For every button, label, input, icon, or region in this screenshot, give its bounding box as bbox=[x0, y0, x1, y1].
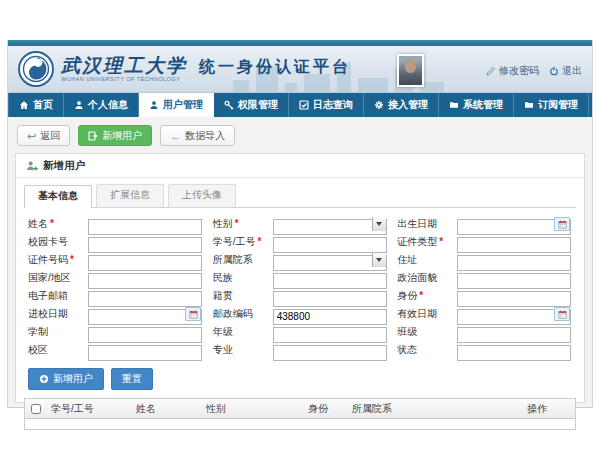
field-input[interactable] bbox=[457, 291, 571, 307]
field-input[interactable] bbox=[88, 219, 202, 235]
field-input[interactable] bbox=[88, 345, 202, 361]
nav-item-3[interactable]: 权限管理 bbox=[214, 93, 289, 117]
form-field: 出生日期 bbox=[397, 216, 576, 232]
add-person-icon bbox=[26, 160, 38, 172]
field-input[interactable] bbox=[88, 291, 202, 307]
field-input-wrap bbox=[273, 288, 387, 304]
table-header-cell: 姓名 bbox=[132, 402, 202, 416]
tab-0[interactable]: 基本信息 bbox=[24, 185, 92, 208]
data-import-button[interactable]: ← 数据导入 bbox=[160, 125, 235, 146]
tab-1[interactable]: 扩展信息 bbox=[96, 184, 164, 207]
tab-label: 上传头像 bbox=[182, 189, 222, 200]
field-input-wrap bbox=[88, 324, 202, 340]
field-input-wrap bbox=[457, 288, 571, 304]
data-import-label: 数据导入 bbox=[185, 129, 225, 142]
field-input-wrap bbox=[457, 342, 571, 358]
field-label: 国家/地区 bbox=[28, 271, 88, 285]
back-button-label: 返回 bbox=[40, 129, 60, 142]
form-field: 邮政编码 bbox=[213, 306, 392, 322]
tab-2[interactable]: 上传头像 bbox=[168, 184, 236, 207]
nav-item-5[interactable]: 接入管理 bbox=[364, 93, 439, 117]
select-all-checkbox[interactable] bbox=[31, 404, 41, 414]
field-input-wrap bbox=[273, 270, 387, 286]
form-grid: 姓名*性别*出生日期校园卡号学号/工号*证件类型*证件号码*所属院系住址国家/地… bbox=[16, 208, 584, 360]
form-field: 证件号码* bbox=[28, 252, 207, 268]
select-all-cell bbox=[25, 404, 47, 414]
field-input[interactable] bbox=[88, 255, 202, 271]
field-input[interactable] bbox=[273, 327, 387, 343]
nav-item-6[interactable]: 系统管理 bbox=[439, 93, 514, 117]
form-field: 电子邮箱 bbox=[28, 288, 207, 304]
user-avatar[interactable] bbox=[397, 54, 424, 87]
nav-item-label: 日志查询 bbox=[313, 98, 353, 112]
field-input-wrap bbox=[273, 306, 387, 322]
required-asterisk: * bbox=[439, 236, 443, 247]
form-field: 籍贯 bbox=[213, 288, 392, 304]
field-input[interactable] bbox=[273, 219, 387, 235]
field-label: 有效日期 bbox=[397, 307, 457, 321]
field-input-wrap bbox=[273, 342, 387, 358]
field-input-wrap bbox=[88, 288, 202, 304]
field-label: 状态 bbox=[397, 343, 457, 357]
nav-item-1[interactable]: 个人信息 bbox=[64, 93, 139, 117]
field-input[interactable] bbox=[457, 255, 571, 271]
field-input[interactable] bbox=[457, 345, 571, 361]
field-input[interactable] bbox=[273, 345, 387, 361]
field-input[interactable] bbox=[457, 327, 571, 343]
field-input[interactable] bbox=[457, 273, 571, 289]
required-asterisk: * bbox=[70, 254, 74, 265]
field-input[interactable] bbox=[88, 273, 202, 289]
nav-item-4[interactable]: 日志查询 bbox=[289, 93, 364, 117]
nav-item-0[interactable]: 首页 bbox=[8, 93, 64, 117]
nav-item-label: 用户管理 bbox=[163, 98, 203, 112]
form-tabs: 基本信息扩展信息上传头像 bbox=[24, 184, 576, 208]
dropdown-arrow-icon[interactable] bbox=[372, 253, 386, 267]
calendar-icon[interactable] bbox=[554, 307, 570, 321]
field-label: 校区 bbox=[28, 343, 88, 357]
back-arrow-icon: ↩ bbox=[27, 131, 36, 141]
required-asterisk: * bbox=[419, 290, 423, 301]
form-field: 学号/工号* bbox=[213, 234, 392, 250]
section-title: 新增用户 bbox=[43, 159, 85, 173]
university-name: 武汉理工大学 WUHAN UNIVERSITY OF TECHNOLOGY bbox=[61, 56, 187, 83]
required-asterisk: * bbox=[235, 218, 239, 229]
calendar-icon[interactable] bbox=[185, 307, 201, 321]
logout-link[interactable]: 退出 bbox=[549, 64, 582, 78]
form-field: 民族 bbox=[213, 270, 392, 286]
field-input[interactable] bbox=[88, 327, 202, 343]
dropdown-arrow-icon[interactable] bbox=[372, 217, 386, 231]
field-input-wrap bbox=[88, 306, 202, 322]
field-label: 班级 bbox=[397, 325, 457, 339]
field-input[interactable] bbox=[273, 273, 387, 289]
nav-item-2[interactable]: 用户管理 bbox=[139, 93, 214, 117]
nav-item-7[interactable]: 订阅管理 bbox=[514, 93, 589, 117]
field-input[interactable] bbox=[273, 255, 387, 271]
field-input[interactable] bbox=[273, 237, 387, 253]
field-input[interactable] bbox=[457, 237, 571, 253]
field-input[interactable] bbox=[273, 291, 387, 307]
field-label: 出生日期 bbox=[397, 217, 457, 231]
nav-item-label: 接入管理 bbox=[388, 98, 428, 112]
add-user-toolbar-button[interactable]: 新增用户 bbox=[78, 125, 152, 146]
field-label: 专业 bbox=[213, 343, 273, 357]
form-field: 姓名* bbox=[28, 216, 207, 232]
form-field: 性别* bbox=[213, 216, 392, 232]
nav-bar: 首页个人信息用户管理权限管理日志查询接入管理系统管理订阅管理 bbox=[8, 93, 592, 117]
change-password-link[interactable]: 修改密码 bbox=[486, 64, 539, 78]
home-icon bbox=[19, 100, 29, 110]
field-input[interactable] bbox=[273, 309, 387, 325]
field-input-wrap bbox=[88, 234, 202, 250]
field-label: 身份* bbox=[397, 289, 457, 303]
nav-item-label: 系统管理 bbox=[463, 98, 503, 112]
tab-label: 基本信息 bbox=[38, 190, 78, 201]
field-label: 性别* bbox=[213, 217, 273, 231]
screen: 武汉理工大学 WUHAN UNIVERSITY OF TECHNOLOGY 统一… bbox=[0, 0, 600, 450]
plus-circle-icon bbox=[39, 374, 49, 384]
back-button[interactable]: ↩ 返回 bbox=[17, 125, 70, 146]
reset-button[interactable]: 重置 bbox=[111, 368, 153, 390]
table-header-cell: 身份 bbox=[304, 402, 348, 416]
calendar-icon[interactable] bbox=[554, 217, 570, 231]
submit-add-user-button[interactable]: 新增用户 bbox=[28, 368, 104, 390]
field-input[interactable] bbox=[88, 237, 202, 253]
field-input-wrap bbox=[273, 234, 387, 250]
